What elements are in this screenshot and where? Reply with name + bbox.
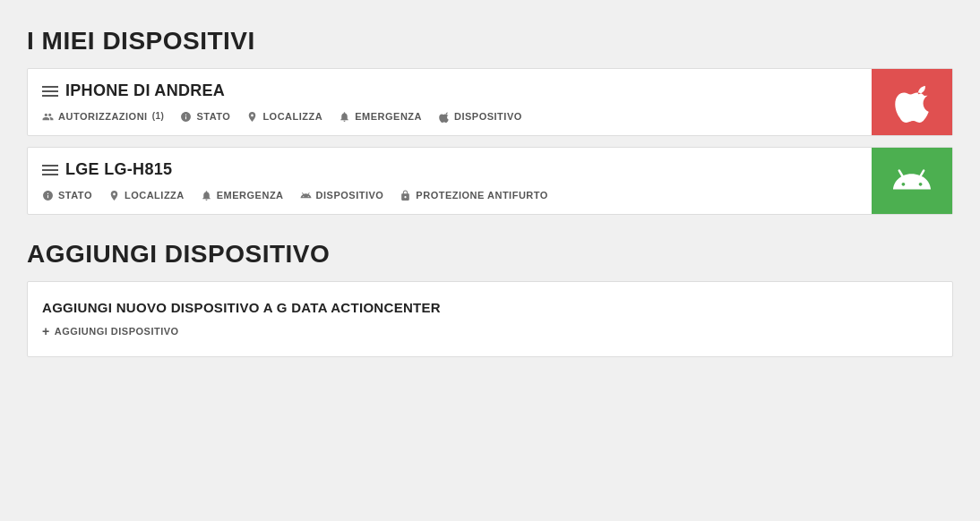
bell-icon-iphone <box>339 109 350 123</box>
protezione-antifurto-label: PROTEZIONE ANTIFURTO <box>416 190 548 201</box>
info-icon-iphone <box>180 109 192 123</box>
device-card-iphone: IPHONE DI ANDREA AUTORIZZAZIONI (1) STAT… <box>27 68 953 136</box>
action-localizza-lge[interactable]: LOCALIZZA <box>108 188 185 201</box>
add-device-link-label: AGGIUNGI DISPOSITIVO <box>55 326 179 337</box>
action-dispositivo-lge[interactable]: DISPOSITIVO <box>300 188 384 201</box>
android-icon <box>300 188 312 201</box>
device-card-body-iphone: IPHONE DI ANDREA AUTORIZZAZIONI (1) STAT… <box>28 69 872 135</box>
devices-list: IPHONE DI ANDREA AUTORIZZAZIONI (1) STAT… <box>27 68 953 215</box>
emergenza-label-lge: EMERGENZA <box>217 190 284 201</box>
add-device-card: AGGIUNGI NUOVO DISPOSITIVO A G DATA ACTI… <box>27 281 953 357</box>
android-device-icon[interactable] <box>872 148 952 214</box>
apple-icon <box>438 109 450 123</box>
action-stato-lge[interactable]: STATO <box>42 188 92 201</box>
device-name-lge: LGE LG-H815 <box>65 160 172 179</box>
info-icon-lge <box>42 188 54 201</box>
action-emergenza-lge[interactable]: EMERGENZA <box>201 188 284 201</box>
add-device-title: AGGIUNGI DISPOSITIVO <box>27 240 953 269</box>
autorizzazioni-badge: (1) <box>152 111 165 121</box>
dispositivo-label-lge: DISPOSITIVO <box>316 190 384 201</box>
bell-icon-lge <box>201 188 212 201</box>
hamburger-menu-icon-iphone[interactable] <box>42 86 58 97</box>
stato-label-lge: STATO <box>58 190 92 201</box>
action-dispositivo-iphone[interactable]: DISPOSITIVO <box>438 109 522 123</box>
users-icon <box>42 109 54 123</box>
action-stato-iphone[interactable]: STATO <box>180 109 230 123</box>
plus-icon: + <box>42 324 50 338</box>
action-emergenza-iphone[interactable]: EMERGENZA <box>339 109 422 123</box>
localizza-label-lge: LOCALIZZA <box>125 190 185 201</box>
lock-icon <box>400 188 411 201</box>
stato-label-iphone: STATO <box>196 111 230 122</box>
action-localizza-iphone[interactable]: LOCALIZZA <box>246 109 322 123</box>
action-autorizzazioni[interactable]: AUTORIZZAZIONI (1) <box>42 109 164 123</box>
add-device-link[interactable]: + AGGIUNGI DISPOSITIVO <box>42 324 938 338</box>
action-protezione-antifurto[interactable]: PROTEZIONE ANTIFURTO <box>400 188 548 201</box>
my-devices-title: I MIEI DISPOSITIVI <box>27 27 953 56</box>
device-actions-lge: STATO LOCALIZZA EMERGENZA <box>42 188 857 201</box>
localizza-label-iphone: LOCALIZZA <box>262 111 322 122</box>
device-name-row-lge: LGE LG-H815 <box>42 160 857 179</box>
location-icon-lge <box>108 188 120 201</box>
emergenza-label-iphone: EMERGENZA <box>355 111 422 122</box>
device-name-row: IPHONE DI ANDREA <box>42 81 857 100</box>
location-icon-iphone <box>246 109 258 123</box>
hamburger-menu-icon-lge[interactable] <box>42 165 58 175</box>
device-card-lge: LGE LG-H815 STATO LOCALIZZA <box>27 147 953 215</box>
add-device-card-title: AGGIUNGI NUOVO DISPOSITIVO A G DATA ACTI… <box>42 300 938 315</box>
device-name-iphone: IPHONE DI ANDREA <box>65 81 225 100</box>
dispositivo-label-iphone: DISPOSITIVO <box>454 111 522 122</box>
ios-device-icon[interactable] <box>872 69 952 135</box>
autorizzazioni-label: AUTORIZZAZIONI <box>58 111 148 122</box>
device-actions-iphone: AUTORIZZAZIONI (1) STATO LOCALIZZA <box>42 109 857 123</box>
device-card-body-lge: LGE LG-H815 STATO LOCALIZZA <box>28 148 872 214</box>
